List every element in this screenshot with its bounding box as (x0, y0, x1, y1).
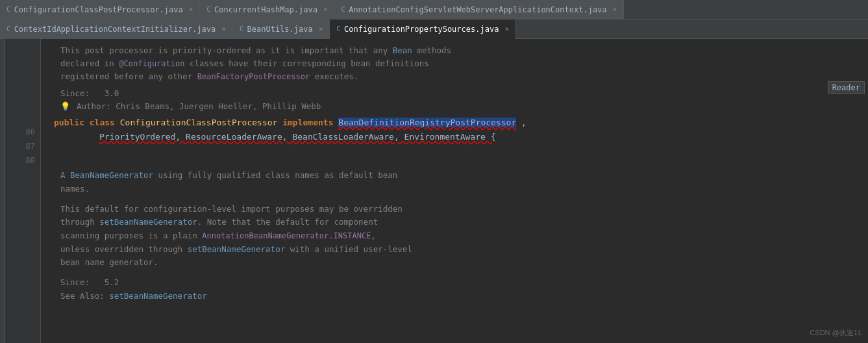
tab-label-3: ContextIdApplicationContextInitializer.j… (14, 25, 216, 34)
tab-icon-2: C (341, 5, 346, 14)
javadoc-since-line: Since: 3.0 (60, 87, 868, 100)
tab-bar-top: C ConfigurationClassPostProcessor.java ×… (0, 0, 868, 19)
tab-close-2[interactable]: × (613, 5, 617, 14)
config-annotation-code: @Configuration (119, 59, 184, 68)
reader-button[interactable]: Reader (828, 81, 865, 94)
line-num-88: 88 (5, 153, 40, 168)
annotation-bean-name-generator-code: AnnotationBeanNameGenerator.INSTANCE (202, 231, 371, 240)
tab-bean-utils[interactable]: C BeanUtils.java × (233, 19, 330, 39)
tab-close-5[interactable]: × (504, 25, 509, 33)
javadoc-line-1: This post processor is priority-ordered … (60, 44, 868, 57)
tab-close-4[interactable]: × (319, 25, 323, 33)
tab-label-4: BeanUtils.java (247, 25, 313, 34)
tab-concurrent-hashmap[interactable]: C ConcurrentHashMap.java × (200, 0, 334, 19)
bean-name-generator-link[interactable]: BeanNameGenerator (70, 170, 153, 180)
bean-link[interactable]: Bean (393, 45, 412, 55)
doc-line-bng-2: names. (60, 183, 868, 196)
doc-section-default-config: This default for configuration-level imp… (60, 199, 868, 272)
doc-line-bng-1: A BeanNameGenerator using fully qualifie… (60, 169, 868, 183)
code-line-86: public class ConfigurationClassPostProce… (47, 116, 868, 130)
left-scrollbar[interactable] (0, 39, 5, 343)
line-num-86: 86 (5, 125, 40, 139)
tab-icon-0: C (6, 5, 11, 14)
tab-close-0[interactable]: × (189, 5, 193, 14)
line-number-gutter: 86 87 88 (5, 39, 41, 343)
doc-since: Since: 5.2 (60, 276, 868, 290)
javadoc-line-2: declared in @Configuration classes have … (60, 57, 868, 70)
tab-icon-3: C (6, 25, 11, 33)
tab-label-5: ConfigurationPropertySources.java (344, 25, 499, 34)
javadoc-line-3: registered before any other BeanFactoryP… (60, 70, 868, 83)
code-line-87: PriorityOrdered, ResourceLoaderAware, Be… (47, 130, 868, 144)
tab-close-1[interactable]: × (323, 5, 328, 14)
tab-label-1: ConcurrentHashMap.java (214, 5, 317, 14)
javadoc-author-line: 💡 Author: Chris Beams, Juergen Hoeller, … (60, 100, 868, 113)
tab-icon-5: C (336, 25, 341, 33)
tab-icon-4: C (240, 25, 244, 33)
set-bean-name-generator-see-link[interactable]: setBeanNameGenerator (109, 291, 207, 301)
set-bean-name-generator-link-2[interactable]: setBeanNameGenerator (188, 244, 286, 254)
tab-context-id[interactable]: C ContextIdApplicationContextInitializer… (0, 19, 233, 39)
tab-label-2: AnnotationConfigServletWebServerApplicat… (349, 5, 606, 14)
code-area[interactable]: Reader This post processor is priority-o… (41, 39, 868, 343)
code-line-88 (47, 144, 868, 159)
bulb-icon: 💡 (60, 100, 71, 113)
keyword-implements: implements (282, 118, 338, 127)
tab-icon-1: C (206, 5, 211, 14)
doc-section-bean-name-generator: A BeanNameGenerator using fully qualifie… (60, 165, 868, 198)
line-num-87: 87 (5, 139, 40, 153)
keyword-public: public (54, 118, 90, 127)
tab-config-class-post-processor[interactable]: C ConfigurationClassPostProcessor.java × (0, 0, 200, 19)
tab-bar-second: C ContextIdApplicationContextInitializer… (0, 19, 868, 39)
doc-see-also: See Also: setBeanNameGenerator (60, 290, 868, 303)
keyword-class: class (90, 118, 120, 127)
tab-annotation-config-servlet[interactable]: C AnnotationConfigServletWebServerApplic… (335, 0, 625, 19)
class-name-config: ConfigurationClassPostProcessor (120, 118, 282, 127)
tab-config-property-sources[interactable]: C ConfigurationPropertySources.java × (330, 19, 516, 39)
interface-bean-def-registry: BeanDefinitionRegistryPostProcessor (338, 118, 516, 127)
main-area: 86 87 88 Reader This post processor is (0, 39, 868, 343)
javadoc-block-top: This post processor is priority-ordered … (47, 39, 868, 116)
tab-label-0: ConfigurationClassPostProcessor.java (14, 5, 183, 14)
doc-section-since-see: Since: 5.2 See Also: setBeanNameGenerato… (60, 272, 868, 305)
bean-factory-post-processor-code: BeanFactoryPostProcessor (197, 72, 310, 81)
csdn-watermark: CSDN @执迷11 (810, 328, 862, 338)
set-bean-name-generator-link-1[interactable]: setBeanNameGenerator (99, 217, 197, 227)
tab-close-3[interactable]: × (221, 25, 226, 33)
